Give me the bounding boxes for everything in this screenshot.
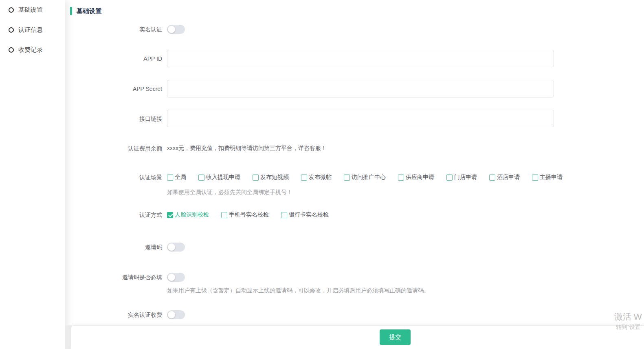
- real-name-auth-toggle[interactable]: [167, 25, 185, 34]
- checkbox-box: [167, 174, 173, 181]
- field-label: 实名认证: [70, 25, 162, 34]
- sidebar: 基础设置 认证信息 收费记录: [0, 0, 65, 349]
- sidebar-item-label: 基础设置: [18, 6, 43, 14]
- checkbox-box: [344, 174, 350, 181]
- auth-scenes-checkbox-group: 全局 收入提现申请 发布短视频 发布微帖 访问推广中心 供应商申请 门店申请 酒…: [167, 174, 563, 181]
- sidebar-item-label: 收费记录: [18, 46, 43, 54]
- checkbox-face-recognition-check[interactable]: 人脸识别校检: [167, 211, 209, 219]
- real-name-auth-fee-toggle[interactable]: [167, 310, 185, 319]
- form-row-api-link: 接口链接: [70, 110, 644, 127]
- circle-icon: [9, 7, 14, 13]
- checkbox-publish-short-video[interactable]: 发布短视频: [253, 174, 289, 181]
- form-row-app-secret: APP Secret: [70, 80, 644, 97]
- page-title-row: 基础设置: [70, 0, 644, 17]
- settings-form: 实名认证 APP ID APP Secret 接口链接 认证费用余额: [70, 17, 644, 319]
- checkbox-hotel-apply[interactable]: 酒店申请: [489, 174, 520, 181]
- sidebar-item-basic-settings[interactable]: 基础设置: [0, 0, 65, 20]
- sidebar-item-label: 认证信息: [18, 26, 43, 34]
- page-title: 基础设置: [77, 7, 102, 15]
- field-label: APP ID: [70, 54, 162, 63]
- toggle-knob: [168, 274, 175, 281]
- field-label: 邀请码是否必填: [70, 273, 162, 282]
- submit-button[interactable]: 提交: [380, 329, 411, 345]
- form-row-app-id: APP ID: [70, 50, 644, 67]
- auth-fee-balance-text: xxxx元，费用充值，扣费明细等请访问第三方平台，详咨客服！: [167, 145, 327, 152]
- form-row-invite-code: 邀请码: [70, 243, 644, 252]
- toggle-knob: [168, 243, 175, 251]
- checkbox-box: [221, 212, 227, 218]
- checkbox-bank-card-real-name-check[interactable]: 银行卡实名校检: [281, 211, 329, 219]
- checkbox-visit-promotion-center[interactable]: 访问推广中心: [344, 174, 386, 181]
- field-label: 邀请码: [70, 243, 162, 252]
- auth-methods-checkbox-group: 人脸识别校检 手机号实名校检 银行卡实名校检: [167, 211, 329, 219]
- form-row-auth-methods: 认证方式 人脸识别校检 手机号实名校检 银行卡实名校检: [70, 210, 644, 219]
- app-secret-input[interactable]: [167, 80, 554, 97]
- checkbox-box: [489, 174, 495, 181]
- field-label: 实名认证收费: [70, 310, 162, 319]
- api-link-input[interactable]: [167, 110, 554, 127]
- circle-icon: [9, 47, 14, 53]
- field-label: 认证方式: [70, 210, 162, 219]
- form-row-invite-code-required: 邀请码是否必填: [70, 273, 644, 282]
- toggle-knob: [168, 26, 175, 33]
- field-label: APP Secret: [70, 84, 162, 93]
- footer-left-gap: [65, 325, 72, 349]
- toggle-knob: [168, 311, 175, 318]
- sidebar-item-auth-info[interactable]: 认证信息: [0, 20, 65, 40]
- form-row-real-name-auth-fee: 实名认证收费: [70, 310, 644, 319]
- circle-icon: [9, 27, 14, 33]
- checkbox-box: [281, 212, 287, 218]
- form-row-real-name-auth: 实名认证: [70, 25, 644, 34]
- auth-scenes-helper-text: 如果使用全局认证，必须先关闭全局绑定手机号！: [167, 189, 644, 196]
- form-row-auth-fee-balance: 认证费用余额 xxxx元，费用充值，扣费明细等请访问第三方平台，详咨客服！: [70, 144, 644, 153]
- field-label: 认证费用余额: [70, 144, 162, 153]
- checkbox-box: [301, 174, 307, 181]
- title-accent-bar: [70, 7, 72, 15]
- checkbox-box: [446, 174, 453, 181]
- main-panel: 基础设置 实名认证 APP ID APP Secret 接口链接: [70, 0, 644, 349]
- checkbox-box-checked: [167, 212, 173, 218]
- field-label: 接口链接: [70, 114, 162, 123]
- checkbox-supplier-apply[interactable]: 供应商申请: [398, 174, 434, 181]
- field-label: 认证场景: [70, 173, 162, 182]
- sidebar-item-charge-records[interactable]: 收费记录: [0, 40, 65, 60]
- form-row-auth-scenes: 认证场景 全局 收入提现申请 发布短视频 发布微帖 访问推广中心 供应商申请 门…: [70, 173, 644, 182]
- checkbox-box: [253, 174, 259, 181]
- checkbox-publish-micro-post[interactable]: 发布微帖: [301, 174, 332, 181]
- invite-code-toggle[interactable]: [167, 243, 185, 252]
- checkbox-anchor-apply[interactable]: 主播申请: [532, 174, 563, 181]
- checkbox-box: [398, 174, 404, 181]
- app-id-input[interactable]: [167, 50, 554, 67]
- checkbox-store-apply[interactable]: 门店申请: [446, 174, 477, 181]
- checkbox-income-withdrawal-apply[interactable]: 收入提现申请: [198, 174, 240, 181]
- checkbox-phone-real-name-check[interactable]: 手机号实名校检: [221, 211, 269, 219]
- checkbox-global[interactable]: 全局: [167, 174, 186, 181]
- invite-code-required-helper-text: 如果用户有上级（含暂定）自动显示上线的邀请码，可以修改，开启必填后用户必须填写正…: [167, 287, 644, 294]
- checkbox-box: [532, 174, 538, 181]
- checkbox-box: [198, 174, 204, 181]
- invite-code-required-toggle[interactable]: [167, 273, 185, 282]
- footer-bar: 提交: [71, 325, 644, 349]
